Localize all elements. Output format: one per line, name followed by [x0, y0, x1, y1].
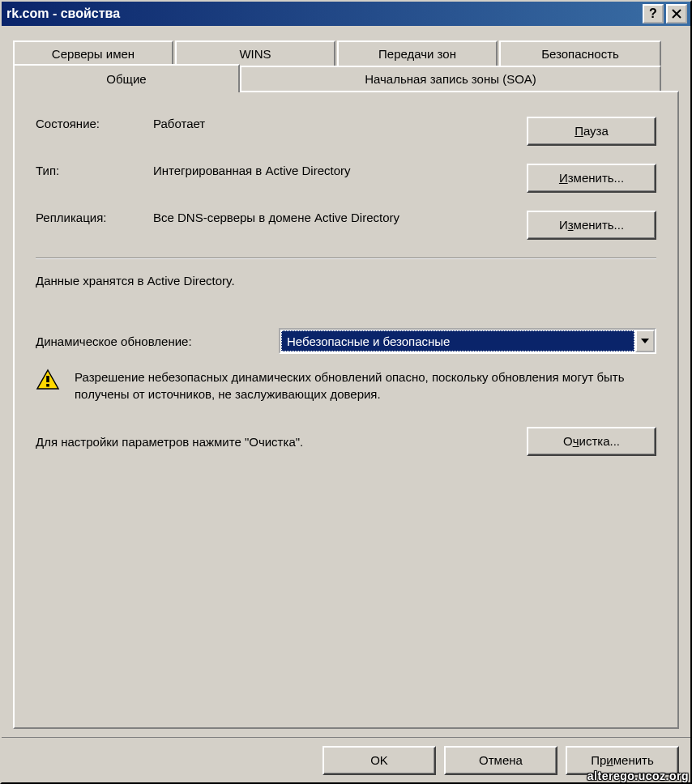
client-area: Серверы имен WINS Передачи зон Безопасно… — [2, 26, 690, 737]
svg-rect-1 — [46, 384, 49, 387]
change-type-button[interactable]: Изменить... — [527, 164, 656, 193]
cancel-button[interactable]: Отмена — [444, 746, 557, 775]
type-label: Тип: — [36, 164, 153, 177]
cleanup-button[interactable]: Очистка... — [527, 427, 656, 456]
combo-selected-value: Небезопасные и безопасные — [281, 330, 634, 352]
cleanup-row: Для настройки параметров нажмите "Очистк… — [36, 427, 656, 456]
chevron-down-icon — [641, 339, 649, 343]
tab-row-back: Серверы имен WINS Передачи зон Безопасно… — [13, 40, 679, 66]
state-label: Состояние: — [36, 117, 153, 130]
tab-general[interactable]: Общие — [13, 64, 240, 92]
window-title: rk.com - свойства — [6, 6, 640, 21]
dynamic-update-label: Динамическое обновление: — [36, 334, 279, 348]
tab-panel-general: Состояние: Работает Пауза Тип: Интегриро… — [13, 91, 679, 729]
pause-button[interactable]: Пауза — [527, 117, 656, 146]
warning-row: Разрешение небезопасных динамических обн… — [36, 369, 656, 403]
warning-icon — [36, 369, 60, 391]
svg-rect-0 — [46, 376, 49, 382]
tab-security[interactable]: Безопасность — [499, 40, 661, 66]
replication-label: Репликация: — [36, 211, 153, 224]
separator — [36, 258, 656, 259]
change-replication-button[interactable]: Изменить... — [527, 211, 656, 240]
dynamic-update-combo[interactable]: Небезопасные и безопасные — [279, 328, 656, 354]
tab-soa[interactable]: Начальная запись зоны (SOA) — [240, 66, 661, 92]
properties-window: rk.com - свойства ? Серверы имен WINS Пе… — [0, 0, 692, 784]
cleanup-hint: Для настройки параметров нажмите "Очистк… — [36, 435, 527, 449]
ok-button[interactable]: OK — [323, 746, 436, 775]
warning-text: Разрешение небезопасных динамических обн… — [75, 369, 656, 403]
combo-dropdown-button[interactable] — [635, 330, 655, 352]
state-value: Работает — [153, 117, 527, 130]
type-value: Интегрированная в Active Directory — [153, 164, 527, 177]
close-button[interactable] — [666, 4, 687, 23]
apply-button[interactable]: Применить — [566, 746, 679, 775]
type-row: Тип: Интегрированная в Active Directory … — [36, 164, 656, 193]
tab-row-front: Общие Начальная запись зоны (SOA) — [13, 66, 679, 92]
state-row: Состояние: Работает Пауза — [36, 117, 656, 146]
close-icon — [672, 9, 681, 19]
dialog-footer: OK Отмена Применить — [2, 737, 690, 782]
replication-value: Все DNS-серверы в домене Active Director… — [153, 211, 527, 224]
tab-wins[interactable]: WINS — [175, 40, 335, 66]
titlebar[interactable]: rk.com - свойства ? — [2, 2, 690, 26]
replication-row: Репликация: Все DNS-серверы в домене Act… — [36, 211, 656, 240]
help-button[interactable]: ? — [643, 4, 664, 23]
dynamic-update-row: Динамическое обновление: Небезопасные и … — [36, 328, 656, 354]
tab-name-servers[interactable]: Серверы имен — [13, 40, 173, 66]
storage-text: Данные хранятся в Active Directory. — [36, 274, 656, 288]
tab-zone-transfers[interactable]: Передачи зон — [337, 40, 498, 66]
